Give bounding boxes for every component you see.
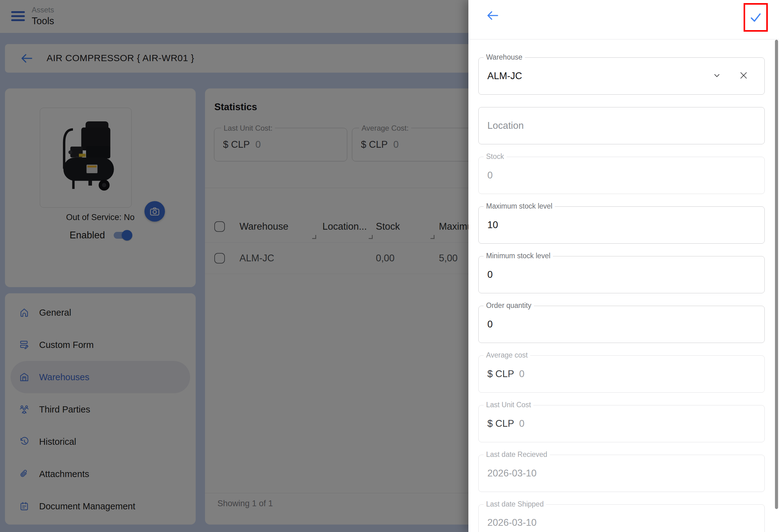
field-label: Average cost — [484, 351, 530, 359]
field-placeholder: Location — [487, 120, 524, 131]
field-label: Order quantity — [484, 302, 534, 310]
maximum-stock-level-field[interactable]: Maximum stock level 10 — [478, 206, 765, 244]
field-label: Warehouse — [484, 53, 525, 61]
field-value: 2026-03-10 — [487, 468, 537, 479]
drawer-back-arrow-icon[interactable] — [486, 9, 499, 22]
currency-prefix: $ CLP — [487, 369, 514, 380]
stock-field: Stock 0 — [478, 157, 765, 194]
field-label: Minimum stock level — [484, 252, 553, 260]
field-value: 0 — [487, 269, 493, 280]
field-value: ALM-JC — [487, 70, 522, 82]
app-root: Assets Tools AIR COMPRESSOR { AIR-WR01 } — [0, 0, 779, 532]
field-label: Stock — [484, 152, 506, 161]
divider — [468, 39, 779, 40]
confirm-check-button[interactable] — [743, 3, 768, 32]
field-value: 2026-03-10 — [487, 517, 537, 528]
minimum-stock-level-field[interactable]: Minimum stock level 0 — [478, 256, 765, 293]
drawer-scrollbar[interactable] — [775, 40, 778, 509]
field-value: 0 — [487, 170, 493, 181]
last-date-shipped-field: Last date Shipped 2026-03-10 — [478, 505, 765, 532]
last-unit-cost-field: Last Unit Cost $ CLP0 — [478, 405, 765, 442]
clear-icon[interactable] — [739, 71, 748, 81]
order-quantity-field[interactable]: Order quantity 0 — [478, 306, 765, 343]
warehouse-edit-drawer: Warehouse ALM-JC Location Stock 0 Maximu… — [468, 0, 779, 532]
field-label: Maximum stock level — [484, 202, 555, 210]
field-label: Last date Shipped — [484, 500, 546, 509]
chevron-down-icon[interactable] — [713, 71, 721, 81]
average-cost-field: Average cost $ CLP0 — [478, 355, 765, 393]
last-date-received-field: Last date Recieved 2026-03-10 — [478, 455, 765, 492]
check-icon — [748, 10, 763, 24]
field-value: 10 — [487, 219, 498, 230]
field-value: 0 — [487, 319, 493, 330]
field-label: Last date Recieved — [484, 450, 550, 459]
location-field[interactable]: Location — [478, 107, 765, 144]
field-value: 0 — [519, 369, 524, 380]
warehouse-select-field[interactable]: Warehouse ALM-JC — [478, 57, 765, 95]
field-value: 0 — [519, 418, 524, 429]
currency-prefix: $ CLP — [487, 418, 514, 429]
field-label: Last Unit Cost — [484, 401, 533, 409]
